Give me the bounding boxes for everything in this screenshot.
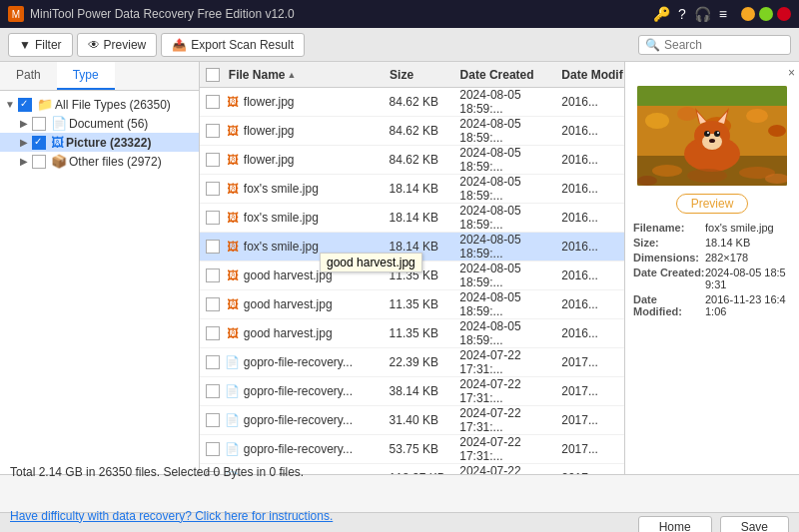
file-date: 2024-08-05 18:59:... (459, 117, 561, 145)
svg-point-15 (704, 131, 710, 137)
checkbox-pic[interactable] (32, 136, 46, 150)
row-checkbox[interactable] (206, 442, 220, 456)
row-checkbox[interactable] (206, 326, 220, 340)
col-header-date[interactable]: Date Created (460, 68, 562, 82)
dimensions-value: 282×178 (705, 252, 748, 264)
col-header-check (200, 68, 225, 82)
file-date: 2024-07-22 17:31:... (459, 464, 561, 474)
row-checkbox[interactable] (206, 384, 220, 398)
file-size: 11.35 KB (390, 268, 460, 282)
table-row[interactable]: 📄 gopro-file-recovery... 31.40 KB 2024-0… (200, 406, 624, 435)
date-modified-value: 2016-11-23 16:41:06 (705, 293, 791, 317)
file-size: 84.62 KB (390, 153, 460, 167)
file-modif: 2017... (561, 355, 624, 369)
file-date: 2024-08-05 18:59:... (459, 233, 561, 261)
svg-point-19 (709, 139, 715, 143)
svg-point-3 (645, 113, 669, 129)
tabs-row: Path Type (0, 62, 199, 91)
row-checkbox[interactable] (206, 95, 220, 109)
row-checkbox[interactable] (206, 124, 220, 138)
file-name: good harvest.jpg (244, 297, 333, 311)
tree-item-doc[interactable]: ▶ 📄 Document (56) (0, 114, 199, 133)
preview-size-row: Size: 18.14 KB (633, 237, 791, 249)
svg-point-23 (637, 176, 657, 186)
dimensions-label: Dimensions: (633, 252, 705, 264)
row-checkbox[interactable] (206, 413, 220, 427)
svg-point-18 (717, 132, 719, 134)
col-header-size[interactable]: Size (390, 68, 459, 82)
header-checkbox[interactable] (206, 68, 220, 82)
tree-item-pic[interactable]: ▶ 🖼 Picture (23322) (0, 133, 199, 152)
row-checkbox[interactable] (206, 297, 220, 311)
table-row[interactable]: 🖼 flower.jpg 84.62 KB 2024-08-05 18:59:.… (200, 117, 624, 146)
headset-icon[interactable]: 🎧 (694, 6, 711, 22)
file-date: 2024-07-22 17:31:... (459, 406, 561, 434)
date-created-label: Date Created: (633, 266, 705, 290)
main-area: Path Type ▼ 📁 All File Types (26350) ▶ 📄… (0, 62, 799, 474)
table-row[interactable]: 🖼 flower.jpg 84.62 KB 2024-08-05 18:59:.… (200, 146, 624, 175)
tree-item-other[interactable]: ▶ 📦 Other files (2972) (0, 152, 199, 171)
table-row[interactable]: 🖼 fox's smile.jpg 18.14 KB 2024-08-05 18… (200, 175, 624, 204)
table-row[interactable]: 🖼 fox's smile.jpg 18.14 KB 2024-08-05 18… (200, 204, 624, 233)
close-button[interactable] (777, 7, 791, 21)
preview-action-button[interactable]: Preview (676, 194, 749, 214)
sort-arrow-name: ▲ (288, 70, 297, 80)
table-row[interactable]: 🖼 good harvest.jpg 11.35 KB 2024-08-05 1… (200, 262, 624, 290)
file-modif: 2017... (561, 413, 624, 427)
preview-close-button[interactable]: × (788, 66, 795, 80)
col-header-name[interactable]: File Name ▲ (225, 68, 390, 82)
file-name: fox's smile.jpg (244, 182, 319, 196)
expand-icon-doc: ▶ (18, 118, 30, 129)
help-link[interactable]: Have difficulty with data recovery? Clic… (10, 509, 333, 523)
table-row[interactable]: 🖼 good harvest.jpg 11.35 KB 2024-08-05 1… (200, 319, 624, 348)
maximize-button[interactable] (759, 7, 773, 21)
row-checkbox[interactable] (206, 182, 220, 196)
menu-icon[interactable]: ≡ (719, 6, 727, 22)
titlebar: M MiniTool Power Data Recovery Free Edit… (0, 0, 799, 28)
col-header-modif[interactable]: Date Modif (561, 68, 624, 82)
svg-point-16 (714, 131, 720, 137)
file-size: 22.39 KB (390, 355, 460, 369)
file-name: gopro-file-recovery... (244, 355, 353, 369)
file-date: 2024-08-05 18:59:... (459, 88, 561, 116)
save-button[interactable]: Save (720, 516, 789, 533)
tree-item-all[interactable]: ▼ 📁 All File Types (26350) (0, 95, 199, 114)
filter-button[interactable]: ▼ Filter (8, 33, 73, 57)
search-input[interactable] (664, 38, 784, 52)
row-checkbox[interactable] (206, 211, 220, 225)
row-checkbox[interactable] (206, 240, 220, 254)
row-check[interactable] (200, 95, 225, 109)
table-row[interactable]: 🖼 good harvest.jpg 11.35 KB 2024-08-05 1… (200, 290, 624, 319)
tab-type[interactable]: Type (57, 62, 115, 90)
window-controls (741, 7, 791, 21)
preview-toolbar-button[interactable]: 👁 Preview (77, 33, 158, 57)
file-modif: 2016... (561, 95, 624, 109)
file-name: good harvest.jpg (244, 326, 333, 340)
table-row[interactable]: 🖼 flower.jpg 84.62 KB 2024-08-05 18:59:.… (200, 88, 624, 117)
file-name: gopro-file-recovery... (244, 384, 353, 398)
help-icon[interactable]: ? (678, 6, 686, 22)
tab-path[interactable]: Path (0, 62, 57, 90)
table-row-selected[interactable]: 🖼 fox's smile.jpg 18.14 KB 2024-08-05 18… (200, 233, 624, 262)
home-button[interactable]: Home (638, 516, 712, 533)
table-row[interactable]: 📄 gopro-file-recovery... 22.39 KB 2024-0… (200, 348, 624, 377)
export-button[interactable]: 📤 Export Scan Result (161, 33, 305, 57)
file-modif: 2016... (561, 297, 624, 311)
checkbox-other[interactable] (32, 155, 46, 169)
key-icon[interactable]: 🔑 (653, 6, 670, 22)
svg-point-4 (677, 107, 697, 121)
row-checkbox[interactable] (206, 268, 220, 282)
minimize-button[interactable] (741, 7, 755, 21)
file-name: flower.jpg (244, 95, 295, 109)
filter-icon: ▼ (19, 38, 31, 52)
file-date: 2024-07-22 17:31:... (459, 435, 561, 463)
jpg-icon: 🖼 (225, 152, 241, 168)
table-row[interactable]: 📄 gopro-file-recovery... 38.14 KB 2024-0… (200, 377, 624, 406)
preview-date-modified-row: Date Modified: 2016-11-23 16:41:06 (633, 293, 791, 317)
row-checkbox[interactable] (206, 355, 220, 369)
table-row[interactable]: 📄 gopro-file-recovery... 53.75 KB 2024-0… (200, 435, 624, 464)
checkbox-doc[interactable] (32, 117, 46, 131)
checkbox-all[interactable] (18, 98, 32, 112)
size-value: 18.14 KB (705, 237, 750, 249)
row-checkbox[interactable] (206, 153, 220, 167)
